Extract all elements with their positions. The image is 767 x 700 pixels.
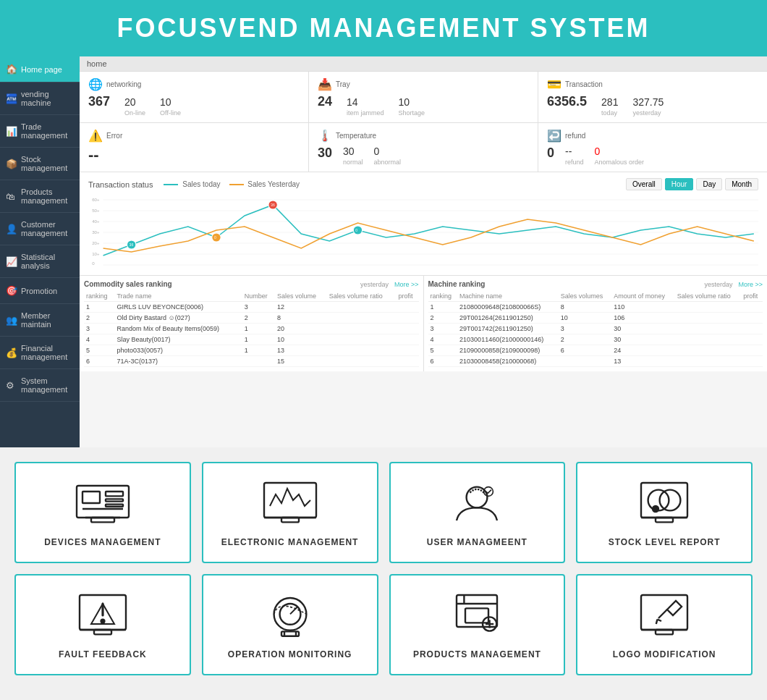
svg-point-64 bbox=[653, 506, 658, 512]
sidebar-label-statistical: Statistical analysis bbox=[21, 253, 74, 270]
transaction-today-label: today bbox=[601, 109, 618, 117]
col-m-ranking: ranking bbox=[428, 291, 458, 302]
svg-point-40 bbox=[212, 233, 221, 242]
svg-rect-69 bbox=[94, 630, 111, 634]
svg-text:30+: 30+ bbox=[92, 229, 100, 235]
svg-text:10+: 10+ bbox=[92, 251, 100, 256]
app-title: FOCUSVEND MANAGEMENT SYSTEM bbox=[0, 13, 767, 43]
user-label: USER MANAGMEENT bbox=[427, 537, 527, 547]
sidebar-label-system: System management bbox=[21, 376, 74, 394]
card-products[interactable]: PRODUCTS MANAGEMENT bbox=[389, 574, 566, 675]
table-row: 5 photo033(0057) 1 13 bbox=[84, 345, 419, 356]
svg-point-66 bbox=[101, 620, 104, 623]
card-fault[interactable]: FAULT FEEDBACK bbox=[14, 574, 191, 675]
breadcrumb: home bbox=[80, 56, 767, 72]
svg-rect-49 bbox=[106, 499, 123, 501]
commodity-table-title: Commodity sales ranking bbox=[84, 280, 172, 288]
sidebar-label-home: Home page bbox=[21, 65, 62, 74]
commodity-table-block: Commodity sales ranking yesterday More >… bbox=[80, 276, 424, 371]
temperature-abnormal-label: abnormal bbox=[374, 159, 402, 166]
dashboard: home 🌐 networking 367 20 On-line bbox=[80, 56, 767, 447]
products-management-icon bbox=[448, 590, 506, 641]
stat-transaction: 💳 Transaction 6356.5 281 today 327.75 ye… bbox=[538, 72, 767, 122]
col-m-amount: Amount of money bbox=[611, 291, 674, 302]
networking-online: 20 bbox=[124, 96, 145, 108]
col-number: Number bbox=[242, 291, 275, 302]
chart-tabs: Overall Hour Day Month bbox=[626, 178, 758, 190]
statistical-icon: 📈 bbox=[6, 256, 17, 267]
svg-text:40+: 40+ bbox=[92, 219, 100, 224]
sidebar-item-customer[interactable]: 👤 Customer management bbox=[0, 213, 80, 245]
refund-main: 0 bbox=[547, 146, 554, 161]
card-stock[interactable]: STOCK LEVEL REPORT bbox=[576, 462, 753, 563]
sidebar-item-statistical[interactable]: 📈 Statistical analysis bbox=[0, 245, 80, 278]
svg-point-61 bbox=[660, 490, 681, 511]
svg-text:0: 0 bbox=[355, 228, 357, 232]
svg-line-72 bbox=[290, 607, 297, 615]
sidebar-label-trade: Trade management bbox=[21, 122, 74, 140]
card-operation[interactable]: OPERATION MONITORING bbox=[202, 574, 378, 675]
tray-label: Tray bbox=[336, 80, 350, 88]
table-row: 3 29T001742(2611901250) 3 30 bbox=[428, 324, 763, 334]
sidebar-item-promotion[interactable]: 🎯 Promotion bbox=[0, 278, 80, 304]
tab-hour[interactable]: Hour bbox=[665, 178, 694, 190]
sidebar-item-financial[interactable]: 💰 Financial management bbox=[0, 337, 80, 369]
commodity-data-table: ranking Trade name Number Sales volume S… bbox=[84, 291, 419, 367]
table-row: 2 Old Dirty Bastard ☺(027) 2 8 bbox=[84, 313, 419, 324]
tab-overall[interactable]: Overall bbox=[626, 178, 662, 190]
anomalous-val: 0 bbox=[595, 146, 645, 157]
machine-data-table: ranking Machine name Sales volumes Amoun… bbox=[428, 291, 763, 367]
sidebar-item-member[interactable]: 👥 Member maintain bbox=[0, 304, 80, 337]
cards-row-1: DEVICES MANAGEMENT ELECTRONIC MANAGEMENT… bbox=[14, 462, 753, 563]
chart-header: Transaction status Sales today Sales Yes… bbox=[88, 178, 758, 190]
machine-yesterday: yesterday bbox=[704, 281, 732, 288]
tab-month[interactable]: Month bbox=[725, 178, 758, 190]
sidebar-item-products[interactable]: 🛍 Products management bbox=[0, 180, 80, 213]
sidebar-item-system[interactable]: ⚙ System management bbox=[0, 369, 80, 402]
products-label: PRODUCTS MANAGEMENT bbox=[413, 649, 541, 659]
sidebar-item-stock[interactable]: 📦 Stock management bbox=[0, 148, 80, 180]
sidebar-item-trade[interactable]: 📊 Trade management bbox=[0, 115, 80, 148]
products-icon: 🛍 bbox=[6, 191, 17, 202]
networking-icon: 🌐 bbox=[88, 77, 103, 91]
breadcrumb-home: home bbox=[87, 59, 107, 68]
electronic-management-icon bbox=[261, 478, 319, 528]
sidebar-label-member: Member maintain bbox=[21, 311, 74, 329]
stat-refund: ↩️ refund 0 -- refund 0 Anomalous order bbox=[538, 123, 767, 172]
fault-label: FAULT FEEDBACK bbox=[59, 649, 147, 659]
svg-line-82 bbox=[658, 610, 667, 618]
stats-row-2: ⚠️ Error -- 🌡️ Temperature 30 30 normal bbox=[80, 123, 767, 172]
anomalous-label: Anomalous order bbox=[595, 159, 645, 166]
logo-label: LOGO MODIFICATION bbox=[613, 649, 716, 659]
temperature-label: Temperature bbox=[336, 132, 376, 140]
machine-more[interactable]: More >> bbox=[738, 281, 763, 288]
refund-icon: ↩️ bbox=[547, 129, 562, 143]
stat-temperature: 🌡️ Temperature 30 30 normal 0 abnormal bbox=[309, 123, 538, 172]
tray-shortage-label: Shortage bbox=[399, 109, 425, 117]
transaction-icon: 💳 bbox=[547, 77, 562, 91]
card-logo[interactable]: LOGO MODIFICATION bbox=[576, 574, 753, 675]
tray-jammed: 14 bbox=[347, 96, 384, 108]
sidebar-item-home[interactable]: 🏠 Home page bbox=[0, 56, 80, 83]
table-row: 1 GIRLS LUV BEYONCE(0006) 3 12 bbox=[84, 302, 419, 313]
card-electronic[interactable]: ELECTRONIC MANAGEMENT bbox=[202, 462, 378, 563]
col-ranking: ranking bbox=[84, 291, 114, 302]
transaction-yesterday-label: yesterday bbox=[632, 109, 664, 117]
main-content: 🏠 Home page 🏧 vending machine 📊 Trade ma… bbox=[0, 56, 767, 447]
table-row: 4 21030011460(21000000146) 2 30 bbox=[428, 334, 763, 345]
tab-day[interactable]: Day bbox=[696, 178, 722, 190]
customer-icon: 👤 bbox=[6, 224, 17, 235]
sidebar-item-vending[interactable]: 🏧 vending machine bbox=[0, 83, 80, 115]
refund-label: refund bbox=[565, 132, 585, 140]
svg-rect-50 bbox=[106, 505, 123, 507]
operation-monitoring-icon bbox=[261, 590, 319, 641]
chart-legend: Sales today Sales Yesterday bbox=[164, 180, 300, 188]
operation-label: OPERATION MONITORING bbox=[228, 649, 352, 659]
commodity-more[interactable]: More >> bbox=[394, 281, 419, 288]
error-label: Error bbox=[106, 132, 122, 140]
machine-table-block: Machine ranking yesterday More >> rankin… bbox=[424, 276, 768, 371]
col-m-sales: Sales volumes bbox=[559, 291, 612, 302]
card-devices[interactable]: DEVICES MANAGEMENT bbox=[14, 462, 191, 563]
card-user[interactable]: USER MANAGMEENT bbox=[389, 462, 566, 563]
networking-main: 367 bbox=[88, 94, 110, 109]
